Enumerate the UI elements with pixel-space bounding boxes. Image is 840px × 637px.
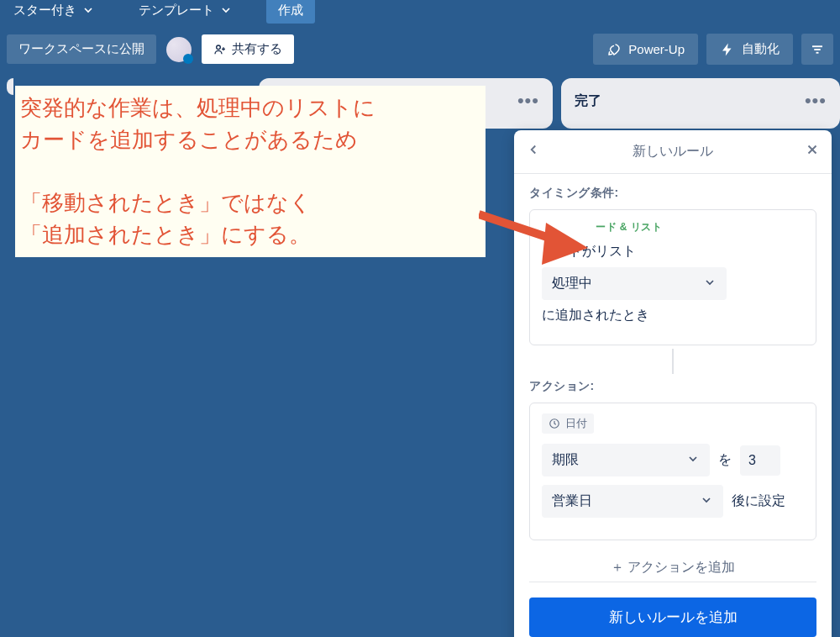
unit-select-value: 営業日 <box>552 492 592 510</box>
automation-label: 自動化 <box>742 41 780 57</box>
add-action-button[interactable]: ＋ アクションを追加 <box>529 544 816 582</box>
action-label: アクション: <box>529 379 816 394</box>
list-title-done: 完了 <box>575 92 601 110</box>
filter-icon <box>810 42 825 57</box>
board-header-left: ワークスペースに公開 共有する <box>7 34 294 64</box>
list-partial-left <box>7 78 13 95</box>
create-button[interactable]: 作成 <box>266 0 315 24</box>
chevron-down-icon <box>81 3 95 17</box>
svg-marker-5 <box>542 223 588 265</box>
workspace-visibility-button[interactable]: ワークスペースに公開 <box>7 34 156 64</box>
action-row-2: 営業日 後に設定 <box>542 485 804 518</box>
chevron-down-icon <box>219 3 233 17</box>
automation-button[interactable]: 自動化 <box>706 34 793 65</box>
filter-button[interactable] <box>801 34 833 65</box>
chevron-left-icon <box>526 142 541 157</box>
list-menu-button[interactable]: ••• <box>517 90 539 112</box>
action-row-1: 期限 を <box>542 444 804 476</box>
list-header: 完了 ••• <box>570 87 832 120</box>
share-button[interactable]: 共有する <box>202 34 294 64</box>
share-label: 共有する <box>232 41 282 57</box>
unit-select[interactable]: 営業日 <box>542 485 723 518</box>
chevron-down-icon <box>686 452 700 468</box>
field-select-value: 期限 <box>552 451 579 469</box>
list-menu-button[interactable]: ••• <box>805 90 827 112</box>
close-button[interactable] <box>800 142 820 161</box>
bolt-icon <box>720 42 735 57</box>
rocket-icon <box>606 42 622 57</box>
nav-starred-label: スター付き <box>13 3 76 18</box>
nav-starred[interactable]: スター付き <box>7 0 102 22</box>
annotation-line: 「移動されたとき」ではなく <box>20 187 480 219</box>
submit-rule-button[interactable]: 新しいルールを追加 <box>529 598 816 637</box>
rule-panel-title: 新しいルール <box>546 143 800 161</box>
field-select[interactable]: 期限 <box>542 444 710 476</box>
board-header-right: Power-Up 自動化 <box>593 34 833 65</box>
rule-panel-header: 新しいルール <box>514 130 832 174</box>
svg-line-4 <box>479 214 554 240</box>
back-button[interactable] <box>526 142 546 161</box>
date-badge-label: 日付 <box>565 416 587 431</box>
list-select-value: 処理中 <box>552 275 592 292</box>
annotation-line: 「追加されたとき」にする。 <box>20 219 480 251</box>
action-conj: を <box>718 451 732 469</box>
trigger-text-after: に追加されたとき <box>542 307 804 324</box>
powerup-button[interactable]: Power-Up <box>593 34 698 65</box>
person-add-icon <box>213 43 227 56</box>
connector-line <box>672 349 674 374</box>
list-done: 完了 ••• <box>561 78 840 129</box>
powerup-label: Power-Up <box>628 42 685 56</box>
annotation-line: 突発的な作業は、処理中のリストに <box>20 92 480 124</box>
date-badge: 日付 <box>542 413 594 434</box>
action-section: アクション: 日付 期限 を 営業日 <box>514 374 832 544</box>
avatar[interactable] <box>166 37 192 62</box>
number-input[interactable] <box>740 445 780 476</box>
annotation-line: カードを追加することがあるため <box>20 124 480 156</box>
action-card: 日付 期限 を 営業日 後に設定 <box>529 403 816 540</box>
clock-icon <box>549 418 560 429</box>
chevron-down-icon <box>700 493 713 509</box>
top-nav: スター付き テンプレート 作成 <box>0 0 840 20</box>
svg-point-0 <box>217 45 221 50</box>
close-icon <box>805 142 820 157</box>
annotation-arrow-icon <box>479 189 613 273</box>
nav-templates[interactable]: テンプレート <box>132 0 239 22</box>
annotation-note: 突発的な作業は、処理中のリストに カードを追加することがあるため 「移動されたと… <box>15 86 486 257</box>
chevron-down-icon <box>703 276 717 292</box>
board-header: ワークスペースに公開 共有する Power-Up 自動化 <box>0 20 840 78</box>
action-suffix: 後に設定 <box>732 492 785 510</box>
nav-templates-label: テンプレート <box>139 3 214 18</box>
